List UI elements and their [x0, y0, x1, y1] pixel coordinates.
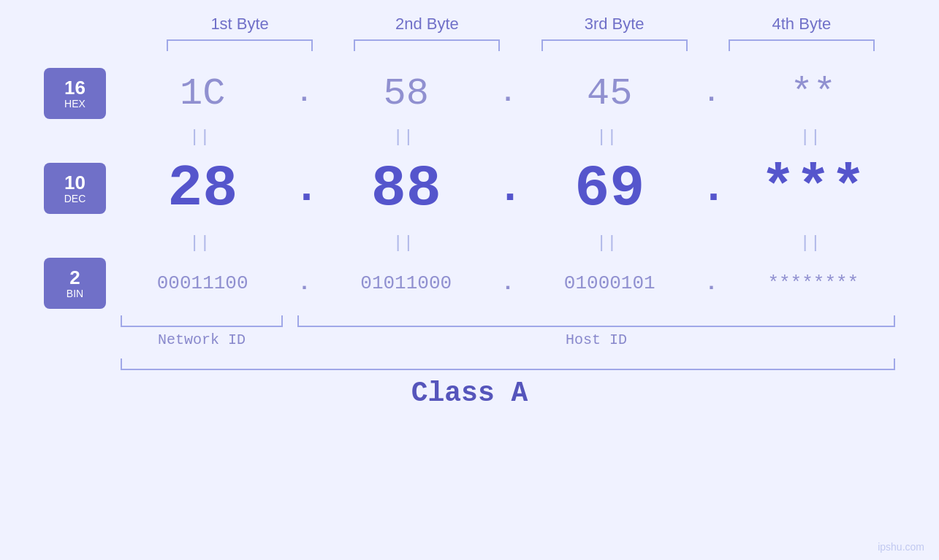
equals-1-3: ||	[536, 126, 683, 146]
host-id-label: Host ID	[297, 331, 895, 348]
bracket-top-3	[541, 39, 688, 51]
dot-dec-1: .	[293, 164, 315, 213]
full-bracket-container	[44, 358, 895, 370]
dec-byte-2: 88	[333, 156, 479, 222]
bracket-top-4	[729, 39, 875, 51]
host-id-bracket	[297, 315, 895, 327]
dot-hex-2: .	[497, 79, 519, 109]
hex-byte-1: 1C	[129, 72, 275, 115]
equals-2-3: ||	[536, 231, 683, 252]
byte-header-4: 4th Byte	[729, 15, 875, 34]
equals-2-4: ||	[740, 231, 886, 252]
dot-hex-3: .	[701, 79, 723, 109]
main-container: 1st Byte 2nd Byte 3rd Byte 4th Byte 16 H…	[0, 0, 939, 560]
top-brackets-row	[44, 39, 895, 51]
equals-row-2: || || || ||	[44, 229, 895, 254]
hex-base-label: HEX	[64, 98, 85, 110]
dec-byte-1: 28	[129, 156, 275, 222]
bottom-section: Network ID Host ID	[44, 315, 895, 348]
dot-bin-1: .	[293, 271, 315, 296]
bin-base-label: BIN	[66, 288, 83, 299]
equals-2-2: ||	[333, 231, 479, 252]
bin-byte-2: 01011000	[333, 272, 479, 294]
class-label-row: Class A	[44, 377, 895, 409]
class-label: Class A	[411, 377, 528, 409]
bin-byte-4: ********	[740, 272, 886, 294]
equals-1-4: ||	[740, 126, 886, 146]
bottom-brackets	[121, 315, 895, 327]
hex-byte-4: **	[740, 72, 886, 115]
equals-row-1: || || || ||	[44, 123, 895, 148]
dot-bin-3: .	[701, 271, 723, 296]
id-labels: Network ID Host ID	[121, 331, 895, 348]
byte-header-2: 2nd Byte	[354, 15, 500, 34]
hex-byte-2: 58	[333, 72, 479, 115]
hex-values-section: 1C . 58 . 45 . **	[121, 72, 895, 115]
bracket-top-2	[354, 39, 500, 51]
hex-base-number: 16	[64, 77, 85, 99]
dot-dec-3: .	[701, 164, 723, 213]
class-bracket	[121, 358, 895, 370]
hex-row: 16 HEX 1C . 58 . 45 . **	[44, 64, 895, 123]
byte-header-1: 1st Byte	[167, 15, 313, 34]
bin-byte-3: 01000101	[536, 272, 683, 294]
bin-base-number: 2	[69, 267, 80, 288]
bin-row: 2 BIN 00011100 . 01011000 . 01000101 . *…	[44, 254, 895, 312]
equals-1-1: ||	[129, 126, 275, 146]
network-id-bracket	[121, 315, 283, 327]
byte-header-3: 3rd Byte	[541, 15, 688, 34]
dec-values-section: 28 . 88 . 69 . ***	[121, 156, 895, 222]
hex-byte-3: 45	[536, 72, 683, 115]
dec-byte-4: ***	[740, 156, 886, 222]
bin-badge: 2 BIN	[44, 258, 106, 309]
dec-base-number: 10	[64, 172, 85, 193]
dot-hex-1: .	[293, 79, 315, 109]
network-id-label: Network ID	[121, 331, 283, 348]
hex-badge: 16 HEX	[44, 68, 106, 119]
bin-values-section: 00011100 . 01011000 . 01000101 . *******…	[121, 271, 895, 296]
equals-1-2: ||	[333, 126, 479, 146]
byte-headers-row: 1st Byte 2nd Byte 3rd Byte 4th Byte	[44, 15, 895, 34]
dec-row: 10 DEC 28 . 88 . 69 . ***	[44, 148, 895, 229]
dec-base-label: DEC	[64, 193, 86, 204]
dot-dec-2: .	[497, 164, 519, 213]
bracket-top-1	[167, 39, 313, 51]
dec-badge: 10 DEC	[44, 163, 106, 214]
watermark: ipshu.com	[878, 541, 924, 553]
equals-2-1: ||	[129, 231, 275, 252]
dec-byte-3: 69	[536, 156, 683, 222]
dot-bin-2: .	[497, 271, 519, 296]
bin-byte-1: 00011100	[129, 272, 275, 294]
